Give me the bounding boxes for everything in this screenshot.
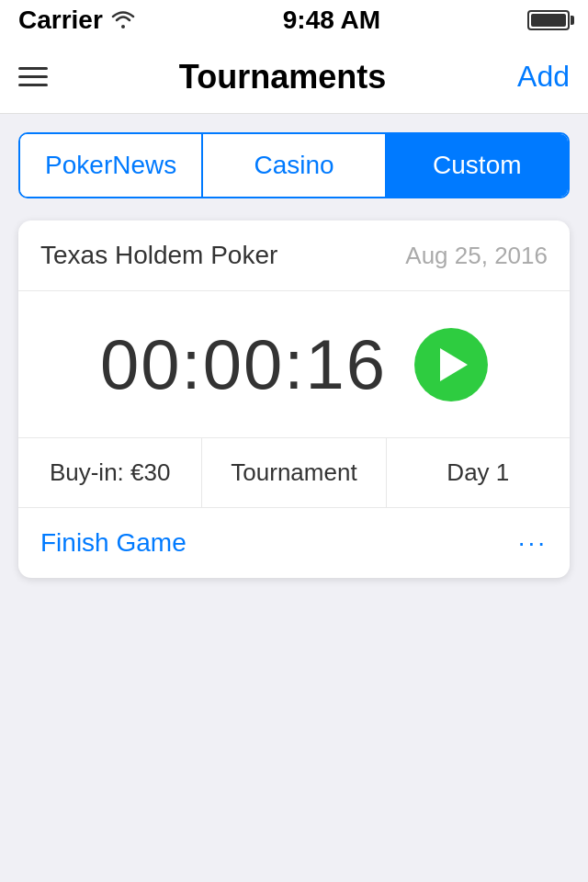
status-bar: Carrier 9:48 AM <box>0 0 588 40</box>
page-title: Tournaments <box>179 58 386 96</box>
tab-pokernews[interactable]: PokerNews <box>20 134 201 197</box>
play-button[interactable] <box>414 328 488 401</box>
hamburger-line <box>18 67 48 70</box>
card-game-title: Texas Holdem Poker <box>40 241 277 270</box>
buyin-cell: Buy-in: €30 <box>18 438 201 507</box>
card-footer: Finish Game ··· <box>18 508 570 578</box>
segment-control: PokerNews Casino Custom <box>18 132 570 198</box>
tab-custom[interactable]: Custom <box>385 134 568 197</box>
hamburger-line <box>18 75 48 78</box>
tab-casino[interactable]: Casino <box>201 134 384 197</box>
day-cell: Day 1 <box>386 438 570 507</box>
card-header: Texas Holdem Poker Aug 25, 2016 <box>18 220 570 291</box>
timer-section: 00:00:16 <box>18 291 570 438</box>
card-info-row: Buy-in: €30 Tournament Day 1 <box>18 438 570 508</box>
nav-bar: Tournaments Add <box>0 40 588 114</box>
card-date: Aug 25, 2016 <box>405 242 548 270</box>
menu-button[interactable] <box>18 67 48 86</box>
timer-display: 00:00:16 <box>100 324 387 404</box>
type-cell: Tournament <box>201 438 385 507</box>
more-button[interactable]: ··· <box>518 528 548 558</box>
wifi-icon <box>110 6 136 35</box>
card-container: Texas Holdem Poker Aug 25, 2016 00:00:16… <box>0 198 588 600</box>
battery-area <box>527 10 570 30</box>
time-label: 9:48 AM <box>283 6 380 35</box>
carrier-label: Carrier <box>18 6 103 35</box>
finish-game-button[interactable]: Finish Game <box>40 528 187 558</box>
add-button[interactable]: Add <box>517 60 570 94</box>
hamburger-line <box>18 84 48 86</box>
segment-container: PokerNews Casino Custom <box>0 114 588 198</box>
carrier-area: Carrier <box>18 6 136 35</box>
battery-icon <box>527 10 570 30</box>
tournament-card: Texas Holdem Poker Aug 25, 2016 00:00:16… <box>18 220 570 578</box>
play-icon <box>440 348 468 381</box>
